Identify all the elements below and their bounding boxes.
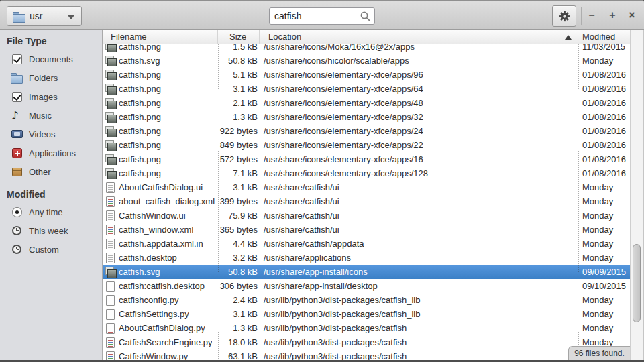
cell-size: 1.3 kB: [218, 112, 260, 122]
table-row[interactable]: about_catfish_dialog.xml 399 bytes /usr/…: [103, 194, 630, 208]
sidebar-item-applications[interactable]: Applications: [0, 143, 102, 162]
scrollbar-thumb[interactable]: [633, 244, 641, 322]
minimize-button[interactable]: −: [584, 8, 599, 23]
cell-location: /usr/share/catfish/ui: [260, 196, 578, 206]
table-row[interactable]: CatfishSearchEngine.py 18.0 kB /usr/lib/…: [103, 335, 630, 349]
cell-size: 922 bytes: [218, 126, 260, 136]
catfish-window: usr − + ×: [0, 0, 644, 362]
folder-icon: [12, 11, 25, 22]
table-row[interactable]: catfish.png 1.5 kB /usr/share/icons/Moka…: [103, 44, 630, 54]
cell-filename: catfish.png: [119, 112, 161, 122]
table-row-selected[interactable]: catfish.svg 50.8 kB /usr/share/app-insta…: [103, 265, 630, 279]
table-row[interactable]: AboutCatfishDialog.py 1.3 kB /usr/lib/py…: [103, 321, 630, 335]
clock-icon[interactable]: [12, 226, 21, 235]
column-header-modified[interactable]: Modified: [578, 30, 630, 44]
sidebar-item-other[interactable]: Other: [0, 162, 102, 181]
table-row[interactable]: catfish:catfish.desktop 306 bytes /usr/s…: [103, 279, 630, 293]
table-row[interactable]: catfish.png 7.1 kB /usr/share/icons/elem…: [103, 166, 630, 180]
applications-icon[interactable]: [12, 148, 22, 158]
cell-location: /usr/share/icons/elementary-xfce/apps/48: [260, 98, 578, 108]
chevron-down-icon: [68, 15, 74, 19]
cell-size: 18.0 kB: [218, 337, 260, 347]
table-row[interactable]: catfish.desktop 3.2 kB /usr/share/applic…: [103, 251, 630, 265]
column-header-size[interactable]: Size: [218, 30, 260, 44]
cell-size: 50.8 kB: [218, 267, 260, 277]
cell-size: 399 bytes: [218, 196, 260, 206]
cell-filename: catfish.png: [119, 168, 161, 178]
cell-filename: catfish.svg: [119, 267, 160, 277]
table-row[interactable]: catfish.png 922 bytes /usr/share/icons/e…: [103, 124, 630, 138]
cell-location: /usr/share/catfish/appdata: [260, 239, 578, 249]
table-row[interactable]: catfish.appdata.xml.in 4.4 kB /usr/share…: [103, 237, 630, 251]
sidebar-item-custom[interactable]: Custom: [0, 240, 102, 259]
cell-location: /usr/share/catfish/ui: [260, 182, 578, 192]
column-header-location[interactable]: Location: [260, 30, 578, 44]
clock-icon[interactable]: [12, 245, 21, 254]
cell-size: 4.4 kB: [218, 239, 260, 249]
cell-location: /usr/share/app-install/desktop: [260, 281, 578, 291]
music-icon[interactable]: [11, 109, 22, 121]
table-row[interactable]: catfish.png 849 bytes /usr/share/icons/e…: [103, 138, 630, 152]
table-row[interactable]: catfishconfig.py 2.4 kB /usr/lib/python3…: [103, 293, 630, 307]
search-input[interactable]: [271, 9, 357, 23]
cell-filename: AboutCatfishDialog.ui: [119, 182, 203, 192]
table-header: Filename Size Location Modified: [103, 30, 630, 44]
table-row[interactable]: CatfishSettings.py 3.1 kB /usr/lib/pytho…: [103, 307, 630, 321]
table-row[interactable]: catfish.png 3.1 kB /usr/share/icons/elem…: [103, 82, 630, 96]
code-file-icon: [106, 295, 115, 306]
image-file-icon: [105, 168, 116, 179]
image-file-icon: [105, 44, 116, 52]
column-header-filename[interactable]: Filename: [103, 30, 218, 44]
table-row[interactable]: catfish.svg 50.8 kB /usr/share/icons/hic…: [103, 54, 630, 68]
code-file-icon: [106, 323, 115, 334]
cell-modified: 01/08/2016: [578, 112, 630, 122]
cell-modified: 09/10/2015: [578, 281, 630, 291]
text-file-icon: [106, 281, 115, 292]
sidebar-item-music[interactable]: Music: [0, 106, 102, 125]
maximize-button[interactable]: +: [605, 8, 620, 23]
sidebar-item-any-time[interactable]: Any time: [0, 202, 102, 221]
vertical-scrollbar[interactable]: [630, 30, 643, 360]
table-row[interactable]: catfish.png 5.1 kB /usr/share/icons/elem…: [103, 68, 630, 82]
cell-filename: CatfishWindow.ui: [119, 210, 186, 221]
video-icon[interactable]: [11, 130, 23, 138]
sidebar-item-videos[interactable]: Videos: [0, 125, 102, 143]
settings-button[interactable]: [552, 5, 576, 27]
radio-selected-icon[interactable]: [12, 207, 22, 217]
cell-size: 1.3 kB: [218, 323, 260, 333]
cell-size: 2.1 kB: [218, 98, 260, 108]
close-button[interactable]: ×: [625, 8, 639, 23]
table-row[interactable]: catfish_window.xml 365 bytes /usr/share/…: [103, 223, 630, 237]
checkbox-checked-icon[interactable]: [12, 54, 22, 64]
code-file-icon: [106, 351, 115, 361]
cell-modified: 01/08/2016: [578, 154, 630, 164]
cell-size: 7.1 kB: [218, 168, 260, 178]
checkbox-checked-icon[interactable]: [12, 92, 22, 102]
other-icon[interactable]: [12, 168, 22, 176]
table-row[interactable]: catfish.png 1.3 kB /usr/share/icons/elem…: [103, 110, 630, 124]
table-row[interactable]: CatfishWindow.py 63.1 kB /usr/lib/python…: [103, 349, 630, 360]
sidebar-item-images[interactable]: Images: [0, 87, 102, 106]
results-list: catfish.png 1.5 kB /usr/share/icons/Moka…: [103, 44, 630, 360]
cell-modified: Monday: [578, 182, 630, 192]
table-row[interactable]: catfish.png 572 bytes /usr/share/icons/e…: [103, 152, 630, 166]
cell-modified: 01/08/2016: [578, 70, 630, 80]
code-file-icon: [106, 337, 115, 348]
sidebar-item-documents[interactable]: Documents: [0, 50, 102, 68]
folder-selector-button[interactable]: usr: [7, 6, 82, 26]
cell-location: /usr/share/icons/elementary-xfce/apps/22: [260, 140, 578, 150]
folder-icon[interactable]: [11, 73, 23, 83]
sidebar-item-folders[interactable]: Folders: [0, 68, 102, 87]
cell-filename: AboutCatfishDialog.py: [119, 323, 205, 333]
cell-size: 3.1 kB: [218, 84, 260, 94]
toolbar-separator: [581, 7, 582, 25]
cell-modified: Monday: [578, 196, 630, 206]
table-row[interactable]: AboutCatfishDialog.ui 3.1 kB /usr/share/…: [103, 180, 630, 194]
table-row[interactable]: CatfishWindow.ui 75.9 kB /usr/share/catf…: [103, 208, 630, 223]
table-row[interactable]: catfish.png 2.1 kB /usr/share/icons/elem…: [103, 96, 630, 110]
sidebar-item-this-week[interactable]: This week: [0, 221, 102, 240]
cell-location: /usr/lib/python3/dist-packages/catfish_l…: [260, 309, 578, 319]
cell-location: /usr/share/catfish/ui: [260, 210, 578, 221]
cell-filename: CatfishWindow.py: [119, 351, 188, 360]
cell-location: /usr/share/icons/elementary-xfce/apps/16: [260, 154, 578, 164]
